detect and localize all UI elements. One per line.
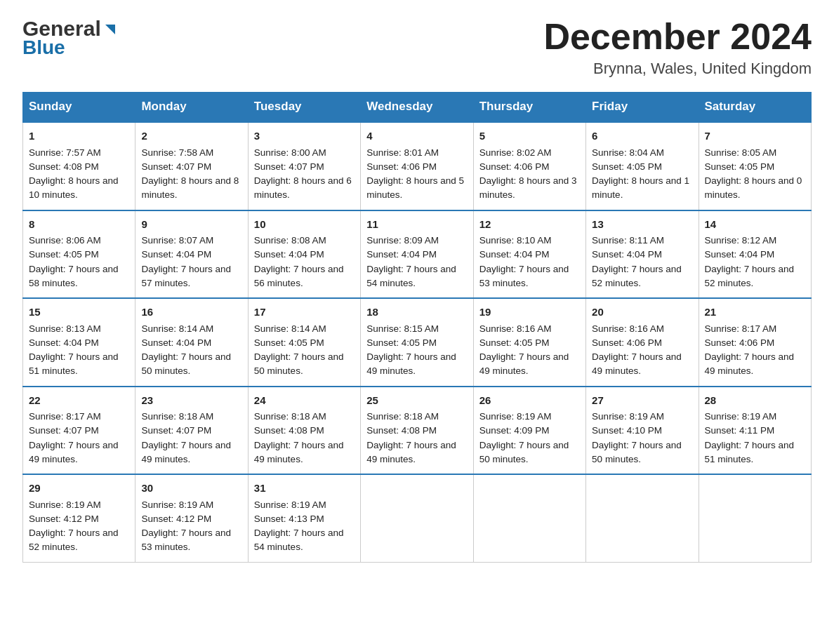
calendar-header-sunday: Sunday xyxy=(23,93,135,122)
calendar-week-row: 22Sunrise: 8:17 AMSunset: 4:07 PMDayligh… xyxy=(23,387,812,475)
calendar-cell: 29Sunrise: 8:19 AMSunset: 4:12 PMDayligh… xyxy=(23,474,135,562)
calendar-cell: 5Sunrise: 8:02 AMSunset: 4:06 PMDaylight… xyxy=(473,122,585,210)
calendar-cell: 8Sunrise: 8:06 AMSunset: 4:05 PMDaylight… xyxy=(23,210,135,299)
calendar-cell: 13Sunrise: 8:11 AMSunset: 4:04 PMDayligh… xyxy=(586,210,699,299)
calendar-cell: 21Sunrise: 8:17 AMSunset: 4:06 PMDayligh… xyxy=(699,298,811,387)
calendar-table: SundayMondayTuesdayWednesdayThursdayFrid… xyxy=(22,92,812,563)
day-number: 26 xyxy=(479,393,580,409)
calendar-cell: 23Sunrise: 8:18 AMSunset: 4:07 PMDayligh… xyxy=(135,387,248,475)
calendar-cell: 30Sunrise: 8:19 AMSunset: 4:12 PMDayligh… xyxy=(135,474,248,562)
day-number: 19 xyxy=(479,304,580,321)
calendar-cell: 27Sunrise: 8:19 AMSunset: 4:10 PMDayligh… xyxy=(586,387,699,475)
day-number: 27 xyxy=(592,393,692,409)
location-title: Brynna, Wales, United Kingdom xyxy=(543,60,812,78)
calendar-cell: 20Sunrise: 8:16 AMSunset: 4:06 PMDayligh… xyxy=(586,298,699,387)
calendar-cell: 24Sunrise: 8:18 AMSunset: 4:08 PMDayligh… xyxy=(248,387,360,475)
calendar-cell: 4Sunrise: 8:01 AMSunset: 4:06 PMDaylight… xyxy=(361,122,473,210)
day-number: 13 xyxy=(592,217,692,233)
day-number: 8 xyxy=(29,217,129,233)
day-number: 7 xyxy=(705,128,805,145)
logo: General Blue xyxy=(22,17,118,59)
calendar-cell: 11Sunrise: 8:09 AMSunset: 4:04 PMDayligh… xyxy=(361,210,473,299)
calendar-cell: 6Sunrise: 8:04 AMSunset: 4:05 PMDaylight… xyxy=(586,122,699,210)
calendar-cell: 3Sunrise: 8:00 AMSunset: 4:07 PMDaylight… xyxy=(248,122,360,210)
calendar-cell xyxy=(699,474,811,562)
calendar-header-thursday: Thursday xyxy=(473,93,585,122)
day-number: 23 xyxy=(141,393,241,409)
day-number: 6 xyxy=(592,128,692,145)
calendar-cell: 19Sunrise: 8:16 AMSunset: 4:05 PMDayligh… xyxy=(473,298,585,387)
calendar-cell: 12Sunrise: 8:10 AMSunset: 4:04 PMDayligh… xyxy=(473,210,585,299)
calendar-cell: 1Sunrise: 7:57 AMSunset: 4:08 PMDaylight… xyxy=(23,122,135,210)
calendar-cell xyxy=(361,474,473,562)
title-area: December 2024 Brynna, Wales, United King… xyxy=(543,17,812,78)
day-number: 4 xyxy=(366,128,467,145)
calendar-cell: 22Sunrise: 8:17 AMSunset: 4:07 PMDayligh… xyxy=(23,387,135,475)
calendar-week-row: 1Sunrise: 7:57 AMSunset: 4:08 PMDaylight… xyxy=(23,122,812,210)
calendar-cell: 10Sunrise: 8:08 AMSunset: 4:04 PMDayligh… xyxy=(248,210,360,299)
calendar-header-tuesday: Tuesday xyxy=(248,93,360,122)
calendar-body: 1Sunrise: 7:57 AMSunset: 4:08 PMDaylight… xyxy=(23,122,812,563)
logo-blue: Blue xyxy=(22,36,65,59)
calendar-cell: 14Sunrise: 8:12 AMSunset: 4:04 PMDayligh… xyxy=(699,210,811,299)
calendar-cell xyxy=(586,474,699,562)
logo-triangle-icon xyxy=(102,22,118,37)
day-number: 24 xyxy=(254,393,355,409)
calendar-cell: 16Sunrise: 8:14 AMSunset: 4:04 PMDayligh… xyxy=(135,298,248,387)
calendar-header-wednesday: Wednesday xyxy=(361,93,473,122)
calendar-week-row: 8Sunrise: 8:06 AMSunset: 4:05 PMDaylight… xyxy=(23,210,812,299)
day-number: 16 xyxy=(141,304,241,321)
calendar-cell: 2Sunrise: 7:58 AMSunset: 4:07 PMDaylight… xyxy=(135,122,248,210)
calendar-cell: 31Sunrise: 8:19 AMSunset: 4:13 PMDayligh… xyxy=(248,474,360,562)
day-number: 15 xyxy=(29,304,129,321)
month-title: December 2024 xyxy=(543,17,812,57)
svg-marker-0 xyxy=(105,25,115,34)
day-number: 14 xyxy=(705,217,805,233)
day-number: 28 xyxy=(705,393,805,409)
day-number: 3 xyxy=(254,128,355,145)
calendar-cell: 7Sunrise: 8:05 AMSunset: 4:05 PMDaylight… xyxy=(699,122,811,210)
calendar-cell: 26Sunrise: 8:19 AMSunset: 4:09 PMDayligh… xyxy=(473,387,585,475)
day-number: 30 xyxy=(141,481,241,497)
calendar-cell: 18Sunrise: 8:15 AMSunset: 4:05 PMDayligh… xyxy=(361,298,473,387)
calendar-cell: 17Sunrise: 8:14 AMSunset: 4:05 PMDayligh… xyxy=(248,298,360,387)
day-number: 12 xyxy=(479,217,580,233)
day-number: 5 xyxy=(479,128,580,145)
page-header: General Blue December 2024 Brynna, Wales… xyxy=(22,17,812,78)
calendar-week-row: 15Sunrise: 8:13 AMSunset: 4:04 PMDayligh… xyxy=(23,298,812,387)
calendar-header-monday: Monday xyxy=(135,93,248,122)
calendar-header-saturday: Saturday xyxy=(699,93,811,122)
calendar-week-row: 29Sunrise: 8:19 AMSunset: 4:12 PMDayligh… xyxy=(23,474,812,562)
day-number: 11 xyxy=(366,217,467,233)
calendar-cell: 9Sunrise: 8:07 AMSunset: 4:04 PMDaylight… xyxy=(135,210,248,299)
day-number: 18 xyxy=(366,304,467,321)
day-number: 2 xyxy=(141,128,241,145)
calendar-cell: 15Sunrise: 8:13 AMSunset: 4:04 PMDayligh… xyxy=(23,298,135,387)
day-number: 21 xyxy=(705,304,805,321)
calendar-cell: 28Sunrise: 8:19 AMSunset: 4:11 PMDayligh… xyxy=(699,387,811,475)
calendar-header-friday: Friday xyxy=(586,93,699,122)
day-number: 25 xyxy=(366,393,467,409)
day-number: 20 xyxy=(592,304,692,321)
calendar-cell xyxy=(473,474,585,562)
day-number: 9 xyxy=(141,217,241,233)
calendar-header-row: SundayMondayTuesdayWednesdayThursdayFrid… xyxy=(23,93,812,122)
day-number: 29 xyxy=(29,481,129,497)
day-number: 10 xyxy=(254,217,355,233)
day-number: 1 xyxy=(29,128,129,145)
day-number: 17 xyxy=(254,304,355,321)
calendar-cell: 25Sunrise: 8:18 AMSunset: 4:08 PMDayligh… xyxy=(361,387,473,475)
day-number: 31 xyxy=(254,481,355,497)
day-number: 22 xyxy=(29,393,129,409)
